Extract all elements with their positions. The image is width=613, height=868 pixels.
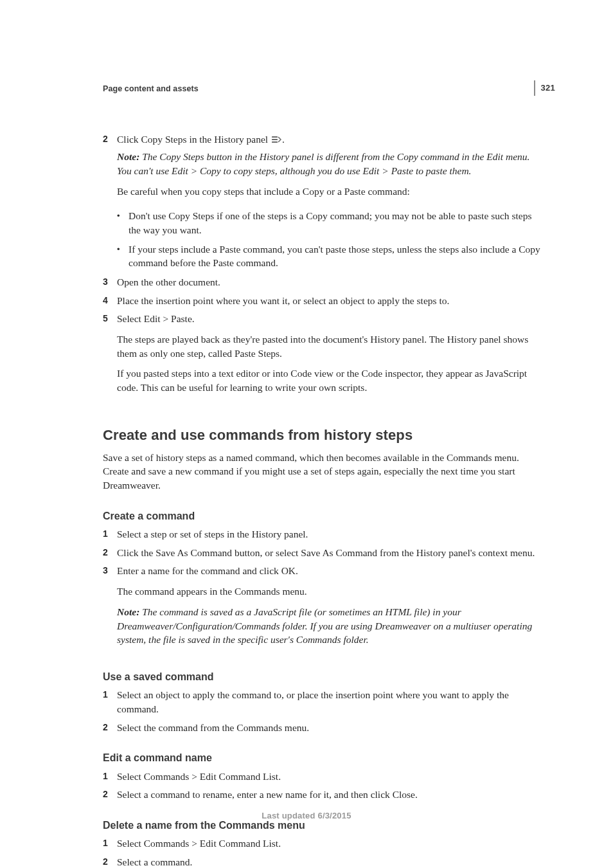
bullet-icon: •	[117, 242, 129, 270]
svg-rect-0	[272, 136, 278, 138]
step-text-inner: Enter a name for the command and click O…	[117, 565, 298, 576]
step-1: 1 Select Commands > Edit Command List.	[103, 836, 545, 851]
step-text: Select a step or set of steps in the His…	[117, 527, 545, 541]
step-number: 4	[103, 294, 117, 308]
heading-create-command: Create a command	[103, 509, 545, 523]
heading-edit-command-name: Edit a command name	[103, 751, 545, 765]
svg-rect-2	[272, 141, 278, 143]
bullet-item: • If your steps include a Paste command,…	[117, 242, 545, 270]
para: The command appears in the Commands menu…	[117, 584, 545, 599]
bullet-item: • Don't use Copy Steps if one of the ste…	[117, 209, 545, 237]
steps-use-command: 1 Select an object to apply the command …	[103, 688, 545, 734]
step-text-part-a: Click Copy Steps in the History panel	[117, 134, 271, 145]
step-2: 2 Select a command to rename, enter a ne…	[103, 788, 545, 802]
step-3: 3 Enter a name for the command and click…	[103, 564, 545, 653]
steps-edit-command: 1 Select Commands > Edit Command List. 2…	[103, 770, 545, 802]
page-number: 321	[534, 80, 555, 96]
heading-create-use-commands: Create and use commands from history ste…	[103, 426, 545, 446]
step-text: Select an object to apply the command to…	[117, 688, 545, 716]
steps-list-copy-paste-cont: 3 Open the other document. 4 Place the i…	[103, 275, 545, 401]
step-text: Select a command.	[117, 855, 545, 868]
step-text: Select Commands > Edit Command List.	[117, 770, 545, 784]
step-text: Open the other document.	[117, 275, 545, 289]
intro-para: Save a set of history steps as a named c…	[103, 451, 545, 493]
step-1: 1 Select an object to apply the command …	[103, 688, 545, 716]
steps-delete-command: 1 Select Commands > Edit Command List. 2…	[103, 836, 545, 868]
step-2: 2 Click the Save As Command button, or s…	[103, 546, 545, 560]
step-number: 5	[103, 312, 117, 401]
step-number: 2	[103, 788, 117, 802]
step-text: Enter a name for the command and click O…	[117, 564, 545, 653]
step-number: 1	[103, 836, 117, 851]
heading-use-saved-command: Use a saved command	[103, 670, 545, 684]
step-text: Click the Save As Command button, or sel…	[117, 546, 545, 560]
step-text: Place the insertion point where you want…	[117, 294, 545, 308]
copy-steps-icon	[271, 134, 281, 143]
bullet-icon: •	[117, 209, 129, 237]
step-2: 2 Click Copy Steps in the History panel …	[103, 132, 545, 205]
steps-list-copy-paste: 2 Click Copy Steps in the History panel …	[103, 132, 545, 205]
note-body: The command is saved as a JavaScript fil…	[117, 606, 532, 645]
bullet-text: If your steps include a Paste command, y…	[129, 242, 545, 270]
page-number-wrap: 321	[534, 80, 555, 96]
note-label: Note:	[117, 151, 142, 162]
step-1: 1 Select a step or set of steps in the H…	[103, 527, 545, 541]
step-number: 2	[103, 721, 117, 735]
note-body: The Copy Steps button in the History pan…	[117, 151, 529, 176]
step-text: Click Copy Steps in the History panel . …	[117, 132, 545, 205]
para: The steps are played back as they're pas…	[117, 332, 545, 360]
step-text: Select the command from the Commands men…	[117, 721, 545, 735]
svg-rect-1	[272, 139, 278, 140]
step-3: 3 Open the other document.	[103, 275, 545, 289]
step-text: Select Commands > Edit Command List.	[117, 836, 545, 851]
footer-last-updated: Last updated 6/3/2015	[0, 810, 613, 822]
section-header: Page content and assets	[103, 84, 545, 95]
step-number: 1	[103, 688, 117, 716]
steps-create-command: 1 Select a step or set of steps in the H…	[103, 527, 545, 653]
step-1: 1 Select Commands > Edit Command List.	[103, 770, 545, 784]
step-number: 2	[103, 546, 117, 560]
note-block: Note: The Copy Steps button in the Histo…	[117, 150, 545, 177]
step-number: 1	[103, 770, 117, 784]
para: If you pasted steps into a text editor o…	[117, 366, 545, 394]
step-number: 2	[103, 132, 117, 205]
step-number: 2	[103, 855, 117, 868]
step-number: 3	[103, 564, 117, 653]
note-label: Note:	[117, 606, 142, 617]
bullet-text: Don't use Copy Steps if one of the steps…	[129, 209, 545, 237]
step-text-part-b: .	[282, 134, 285, 145]
step-number: 3	[103, 275, 117, 289]
note-block: Note: The command is saved as a JavaScri…	[117, 605, 545, 647]
step-5: 5 Select Edit > Paste. The steps are pla…	[103, 312, 545, 401]
para: Be careful when you copy steps that incl…	[117, 185, 545, 199]
step-4: 4 Place the insertion point where you wa…	[103, 294, 545, 308]
step-number: 1	[103, 527, 117, 541]
step-text: Select a command to rename, enter a new …	[117, 788, 545, 802]
document-page: 321 Page content and assets 2 Click Copy…	[0, 0, 613, 868]
step-text: Select Edit > Paste. The steps are playe…	[117, 312, 545, 401]
step-2: 2 Select the command from the Commands m…	[103, 721, 545, 735]
step-text-inner: Select Edit > Paste.	[117, 313, 195, 324]
step-2: 2 Select a command.	[103, 855, 545, 868]
